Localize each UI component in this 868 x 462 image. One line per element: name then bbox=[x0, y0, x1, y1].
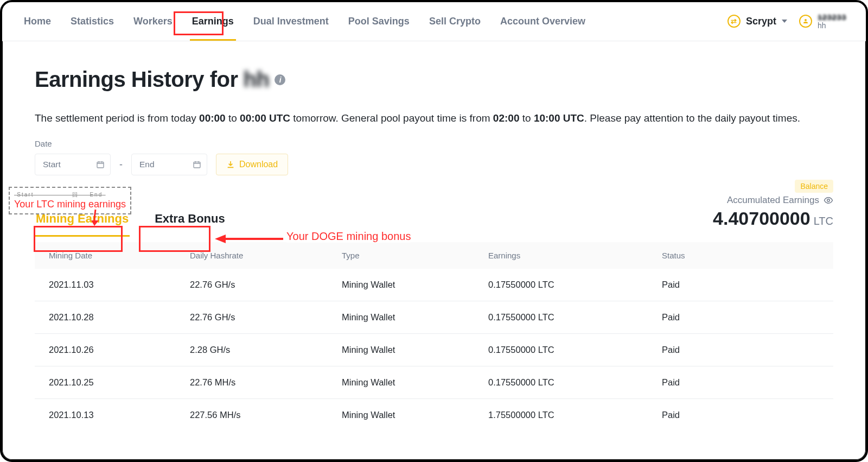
table-row: 2021.10.262.28 GH/sMining Wallet0.175500… bbox=[35, 334, 833, 366]
calendar-icon bbox=[96, 160, 105, 169]
page-title: Earnings History for hh i bbox=[35, 67, 833, 92]
table-cell-hashrate: 22.76 GH/s bbox=[190, 280, 342, 290]
table-cell-earnings: 0.17550000 LTC bbox=[488, 312, 662, 322]
nav-item-dual-investment[interactable]: Dual Investment bbox=[251, 11, 331, 31]
date-start-placeholder: Start bbox=[43, 160, 61, 169]
algorithm-selector[interactable]: ⇄ Scrypt bbox=[727, 15, 787, 28]
table-row: 2021.10.13227.56 MH/sMining Wallet1.7550… bbox=[35, 399, 833, 431]
balance-badge[interactable]: Balance bbox=[795, 180, 833, 193]
table-cell-earnings: 1.75500000 LTC bbox=[488, 410, 662, 420]
table-header-cell: Status bbox=[662, 251, 819, 260]
earnings-tabs: Mining Earnings Extra Bonus bbox=[35, 208, 226, 229]
chevron-down-icon bbox=[782, 20, 787, 23]
nav-item-workers[interactable]: Workers bbox=[131, 11, 175, 31]
svg-rect-1 bbox=[194, 162, 200, 168]
date-start-input[interactable]: Start bbox=[35, 154, 111, 175]
user-primary-text: 123233 bbox=[818, 13, 846, 22]
algorithm-icon: ⇄ bbox=[727, 15, 741, 28]
table-row: 2021.10.2822.76 GH/sMining Wallet0.17550… bbox=[35, 301, 833, 334]
nav-item-earnings[interactable]: Earnings bbox=[190, 11, 236, 31]
table-cell-type: Mining Wallet bbox=[342, 410, 488, 420]
table-cell-date: 2021.10.13 bbox=[49, 410, 190, 420]
accumulated-value: 4.40700000LTC bbox=[713, 208, 833, 229]
table-cell-status: Paid bbox=[662, 280, 819, 290]
table-cell-type: Mining Wallet bbox=[342, 345, 488, 355]
table-cell-date: 2021.11.03 bbox=[49, 280, 190, 290]
table-cell-status: Paid bbox=[662, 410, 819, 420]
table-header-cell: Mining Date bbox=[49, 251, 190, 260]
table-cell-date: 2021.10.25 bbox=[49, 377, 190, 388]
date-end-placeholder: End bbox=[139, 160, 155, 169]
table-cell-status: Paid bbox=[662, 345, 819, 355]
table-cell-status: Paid bbox=[662, 312, 819, 322]
date-end-input[interactable]: End bbox=[131, 154, 207, 175]
tab-extra-bonus[interactable]: Extra Bonus bbox=[154, 208, 226, 229]
svg-rect-0 bbox=[97, 162, 104, 168]
download-icon bbox=[226, 160, 235, 169]
table-cell-earnings: 0.17550000 LTC bbox=[488, 377, 662, 388]
table-cell-earnings: 0.17550000 LTC bbox=[488, 345, 662, 355]
nav-item-home[interactable]: Home bbox=[22, 11, 53, 31]
table-cell-type: Mining Wallet bbox=[342, 312, 488, 322]
user-account-selector[interactable]: 123233 hh bbox=[799, 13, 846, 30]
page-title-prefix: Earnings History for bbox=[35, 67, 238, 92]
user-secondary-text: hh bbox=[818, 22, 846, 30]
table-cell-hashrate: 227.56 MH/s bbox=[190, 410, 342, 420]
eye-icon[interactable] bbox=[824, 195, 833, 205]
table-cell-hashrate: 22.76 MH/s bbox=[190, 377, 342, 388]
date-label: Date bbox=[35, 139, 833, 148]
table-header-cell: Daily Hashrate bbox=[190, 251, 342, 260]
table-cell-type: Mining Wallet bbox=[342, 280, 488, 290]
download-button[interactable]: Download bbox=[216, 154, 288, 175]
table-cell-earnings: 0.17550000 LTC bbox=[488, 280, 662, 290]
table-cell-date: 2021.10.26 bbox=[49, 345, 190, 355]
nav-item-sell-crypto[interactable]: Sell Crypto bbox=[427, 11, 483, 31]
svg-point-2 bbox=[827, 199, 830, 202]
accumulated-label: Accumulated Earnings bbox=[727, 195, 819, 206]
accumulated-earnings: Accumulated Earnings 4.40700000LTC bbox=[713, 195, 833, 229]
download-label: Download bbox=[239, 160, 278, 169]
table-cell-status: Paid bbox=[662, 377, 819, 388]
calendar-icon bbox=[193, 160, 201, 169]
table-header-cell: Type bbox=[342, 251, 488, 260]
nav-item-pool-savings[interactable]: Pool Savings bbox=[346, 11, 412, 31]
subtitle: The settlement period is from today 00:0… bbox=[35, 110, 833, 126]
table-row: 2021.11.0322.76 GH/sMining Wallet0.17550… bbox=[35, 269, 833, 301]
earnings-table: Mining DateDaily HashrateTypeEarningsSta… bbox=[35, 242, 833, 431]
page-title-user: hh bbox=[244, 67, 270, 92]
top-nav: HomeStatisticsWorkersEarningsDual Invest… bbox=[2, 2, 866, 41]
table-cell-type: Mining Wallet bbox=[342, 377, 488, 388]
table-header: Mining DateDaily HashrateTypeEarningsSta… bbox=[35, 242, 833, 269]
algorithm-label: Scrypt bbox=[746, 16, 776, 27]
avatar-icon bbox=[799, 15, 812, 28]
info-icon[interactable]: i bbox=[275, 74, 285, 85]
table-cell-hashrate: 22.76 GH/s bbox=[190, 312, 342, 322]
date-separator: - bbox=[119, 159, 123, 170]
table-cell-hashrate: 2.28 GH/s bbox=[190, 345, 342, 355]
table-row: 2021.10.2522.76 MH/sMining Wallet0.17550… bbox=[35, 366, 833, 399]
tab-mining-earnings[interactable]: Mining Earnings bbox=[35, 208, 130, 229]
nav-item-statistics[interactable]: Statistics bbox=[68, 11, 116, 31]
table-header-cell: Earnings bbox=[488, 251, 662, 260]
nav-item-account-overview[interactable]: Account Overview bbox=[498, 11, 588, 31]
table-cell-date: 2021.10.28 bbox=[49, 312, 190, 322]
